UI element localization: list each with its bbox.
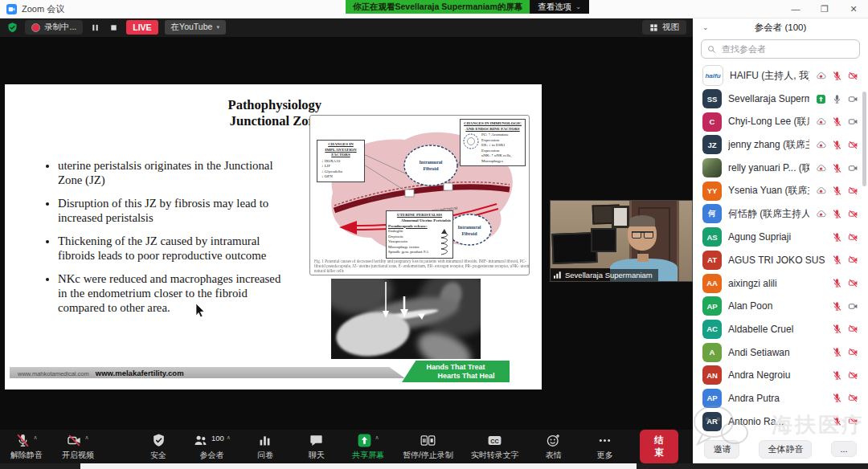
cc-icon: CC	[487, 433, 502, 448]
slide-footer-urls: www.mahkotamedical.comwww.melakafertilit…	[18, 369, 184, 377]
close-button[interactable]: ✕	[839, 0, 868, 18]
participant-row[interactable]: relly yanuari P... (联席主持人)	[693, 157, 868, 180]
speaker-hair	[629, 215, 655, 226]
figure-box-item: Spindle gene product 9.5	[388, 250, 438, 255]
participant-name: relly yanuari P... (联席主持人)	[728, 161, 809, 175]
chevron-up-icon[interactable]: ∧	[227, 434, 231, 441]
panel-more-button[interactable]: ...	[831, 441, 856, 457]
participant-name: Sevellaraja Supermaniam	[728, 93, 809, 104]
toolbar-item-chat[interactable]: 聊天	[300, 433, 334, 461]
toolbar-icon-row	[151, 433, 166, 449]
participant-row[interactable]: APAlan Poon	[693, 295, 868, 318]
speaker-video-thumbnail[interactable]: Sevellaraja Supermaniam	[550, 200, 693, 282]
cam-off-icon	[848, 370, 858, 381]
mic-off-icon	[832, 232, 842, 243]
security-shield-icon[interactable]	[6, 22, 18, 34]
participant-name: Agung Supriaji	[728, 231, 825, 243]
participant-row[interactable]: SSSevellaraja Supermaniam	[693, 88, 868, 111]
cam-on-icon	[848, 116, 858, 127]
toolbar-item-reactions[interactable]: 表情	[537, 433, 571, 461]
slide-bullet: Thickening of the JZ caused by intramura…	[58, 234, 293, 263]
toolbar-item-label: 暂停/停止录制	[403, 450, 453, 461]
chevron-up-icon[interactable]: ∧	[375, 434, 379, 441]
toolbar-items: ∧解除静音∧开启视频安全100∧参会者问卷聊天∧共享屏幕暂停/停止录制CC实时转…	[10, 433, 640, 461]
chevron-up-icon[interactable]: ∧	[84, 434, 88, 441]
participants-panel-header: ⌄ 参会者 (100)	[693, 18, 868, 37]
panel-collapse-chevron-icon[interactable]: ⌄	[702, 18, 709, 37]
view-options-button[interactable]: 查看选项 ⌄	[530, 0, 589, 14]
shared-screen-stage: Pathophysiology Junctional Zone uterine …	[0, 37, 693, 430]
participant-avatar: AN	[702, 365, 722, 385]
mic-off-icon	[832, 278, 842, 288]
participant-row[interactable]: JZjenny zhang (联席主持人)	[693, 133, 868, 157]
mic-off-icon	[15, 433, 31, 448]
mic-off-icon	[832, 255, 842, 265]
participant-status-icons	[832, 278, 858, 288]
toolbar-item-label: 问卷	[257, 450, 273, 461]
youtube-stream-dropdown[interactable]: 在YouTube ▾	[165, 20, 226, 35]
participant-row[interactable]: AAaixingzi alili	[693, 271, 868, 295]
figure-callout-immunologic: CHANGES IN IMMUNOLOGIC AND ENDOCRINE FAC…	[460, 119, 526, 166]
participant-row[interactable]: YYYsenia Yuan (联席主持人)	[693, 179, 868, 202]
participant-row[interactable]: ANAndra Negroiu	[693, 364, 868, 387]
toolbar-item-security[interactable]: 安全	[141, 433, 175, 461]
toolbar-item-start-video[interactable]: ∧开启视频	[61, 433, 95, 461]
chevron-up-icon[interactable]: ∧	[33, 434, 37, 441]
participant-row[interactable]: haifuHAIFU (主持人, 我)	[693, 64, 868, 88]
participant-name: Ysenia Yuan (联席主持人)	[728, 184, 809, 198]
stop-recording-button[interactable]	[108, 23, 120, 32]
toolbar-item-more[interactable]: 更多	[588, 433, 622, 461]
cam-off-icon	[848, 209, 858, 219]
mic-off-icon	[832, 186, 842, 196]
participant-search-input[interactable]	[720, 43, 854, 55]
toolbar-item-live-transcript[interactable]: CC实时转录文字	[471, 433, 519, 461]
toolbar-item-unmute[interactable]: ∧解除静音	[10, 433, 43, 461]
slide-bullet: NKc were reduced and macrophages increas…	[58, 271, 293, 315]
figure-caption: Fig. 1 Potential causes of decreased fer…	[314, 259, 530, 274]
panel-scrollbar[interactable]	[862, 92, 866, 186]
participant-name: aixingzi alili	[728, 278, 825, 289]
participant-name: AGUS TRI JOKO SUSENO	[728, 255, 825, 266]
view-button[interactable]: 视图	[642, 20, 686, 35]
chat-icon	[309, 433, 324, 448]
cam-off-icon	[848, 393, 858, 403]
rec-icon	[816, 163, 826, 173]
participant-avatar: YY	[702, 181, 722, 201]
mute-all-button[interactable]: 全体静音	[759, 440, 812, 459]
participant-row[interactable]: CChyi-Long Lee (联席主持人)	[693, 110, 868, 133]
speaker-neck	[637, 254, 649, 262]
end-meeting-button[interactable]: 结束	[640, 430, 678, 463]
toolbar-item-label: 更多	[597, 450, 613, 461]
participant-name: Chyi-Long Lee (联席主持人)	[728, 115, 809, 128]
toolbar-item-pause-stop-recording[interactable]: 暂停/停止录制	[403, 433, 453, 461]
minimize-button[interactable]: —	[781, 0, 810, 18]
participant-name: Alan Poon	[728, 300, 825, 312]
maximize-button[interactable]: ❐	[810, 0, 839, 18]
participant-search-box[interactable]	[701, 39, 860, 59]
participant-row[interactable]: ACAldabelle Cruel	[693, 318, 868, 341]
toolbar-item-share-screen[interactable]: ∧共享屏幕	[351, 433, 385, 461]
mri-arrows-icon	[331, 279, 481, 359]
invite-button[interactable]: 邀请	[704, 440, 739, 459]
pause-recording-button[interactable]	[89, 23, 101, 32]
participants-panel-title: 参会者 (100)	[755, 22, 807, 32]
participant-row[interactable]: ATAGUS TRI JOKO SUSENO	[693, 249, 868, 272]
toolbar-item-participants[interactable]: 100∧参会者	[193, 433, 231, 461]
toolbar-item-polls[interactable]: 问卷	[248, 433, 282, 461]
poll-icon	[257, 433, 272, 448]
toolbar-icon-row: CC	[487, 433, 502, 449]
participant-row[interactable]: AAndi Setiawan	[693, 341, 868, 364]
toolbar-item-label: 解除静音	[10, 450, 43, 461]
cam-on-icon	[848, 94, 858, 104]
participant-row[interactable]: ASAgung Supriaji	[693, 226, 868, 249]
svg-text:Fibroid: Fibroid	[423, 166, 439, 171]
participant-row[interactable]: ARAntonio Ra...	[693, 410, 868, 433]
participant-status-icons	[816, 94, 858, 104]
figure-box-item: uNK: ↑ uNK cells, Macrophages	[481, 153, 523, 164]
participant-row[interactable]: APAndra Putra	[693, 387, 868, 410]
presentation-slide: Pathophysiology Junctional Zone uterine …	[5, 84, 542, 389]
recording-status: 录制中...	[25, 20, 83, 35]
participant-row[interactable]: 何何恬静 (联席主持人)	[693, 202, 868, 226]
cam-off-icon	[848, 71, 858, 81]
shield-icon	[151, 433, 166, 448]
